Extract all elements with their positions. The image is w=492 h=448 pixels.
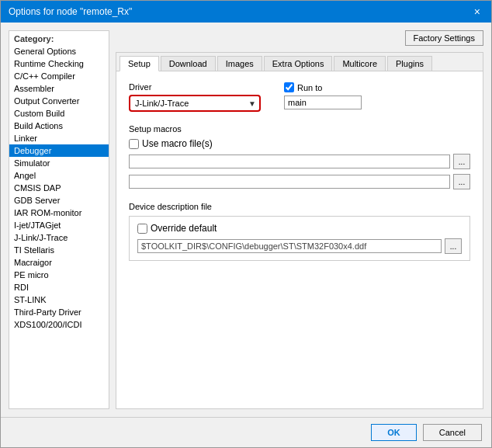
sidebar-item-debugger[interactable]: Debugger — [9, 144, 109, 157]
sidebar-item-angel[interactable]: Angel — [9, 169, 109, 182]
tab-download[interactable]: Download — [161, 56, 216, 71]
sidebar-item-ti-stellaris[interactable]: TI Stellaris — [9, 244, 109, 256]
sidebar-item-jlink-jtrace[interactable]: J-Link/J-Trace — [9, 231, 109, 244]
sidebar-item-custom-build[interactable]: Custom Build — [9, 107, 109, 120]
ok-button[interactable]: OK — [371, 424, 417, 441]
run-to-header: Run to — [284, 82, 362, 92]
tab-bar: Setup Download Images Extra Options Mult… — [116, 53, 483, 71]
tab-plugins[interactable]: Plugins — [387, 56, 432, 71]
sidebar-item-linker[interactable]: Linker — [9, 132, 109, 144]
device-file-row: ... — [137, 238, 462, 254]
setup-macros-label: Setup macros — [129, 124, 470, 134]
top-bar: Factory Settings — [116, 30, 483, 46]
tab-images[interactable]: Images — [217, 56, 262, 71]
sidebar-item-third-party-driver[interactable]: Third-Party Driver — [9, 306, 109, 318]
run-to-input[interactable] — [284, 96, 362, 109]
sidebar-item-simulator[interactable]: Simulator — [9, 157, 109, 169]
device-file-input[interactable] — [137, 239, 442, 253]
macro-input-row-2: ... — [129, 174, 470, 189]
browse-button-3[interactable]: ... — [445, 238, 462, 254]
tab-extra-options[interactable]: Extra Options — [264, 56, 333, 71]
sidebar-item-cpp-compiler[interactable]: C/C++ Compiler — [9, 70, 109, 82]
options-dialog: Options for node "remote_Rx" × Category:… — [0, 0, 492, 448]
browse-button-1[interactable]: ... — [453, 154, 470, 169]
tab-setup[interactable]: Setup — [120, 56, 159, 71]
driver-group: Driver J-Link/J-Trace Simulator Angel CM… — [129, 82, 261, 112]
override-label: Override default — [151, 223, 217, 234]
macro-input-1[interactable] — [129, 155, 450, 168]
sidebar-item-output-converter[interactable]: Output Converter — [9, 95, 109, 107]
setup-macros-section: Setup macros Use macro file(s) ... ... — [129, 124, 470, 189]
device-desc-section: Device description file Override default… — [129, 202, 470, 261]
main-content: Factory Settings Setup Download Images E… — [116, 30, 483, 409]
content-panel: Setup Download Images Extra Options Mult… — [116, 52, 483, 409]
run-to-group: Run to — [284, 82, 362, 109]
dialog-title: Options for node "remote_Rx" — [9, 6, 132, 17]
sidebar-item-xds100[interactable]: XDS100/200/ICDI — [9, 318, 109, 331]
sidebar-item-rdi[interactable]: RDI — [9, 281, 109, 293]
sidebar-item-macraigor[interactable]: Macraigor — [9, 256, 109, 269]
title-bar: Options for node "remote_Rx" × — [1, 1, 491, 23]
use-macro-row: Use macro file(s) — [129, 138, 470, 149]
tab-multicore[interactable]: Multicore — [334, 56, 386, 71]
panel-content: Driver J-Link/J-Trace Simulator Angel CM… — [116, 71, 483, 408]
use-macro-label: Use macro file(s) — [142, 138, 213, 149]
factory-settings-button[interactable]: Factory Settings — [405, 30, 483, 46]
cancel-button[interactable]: Cancel — [423, 424, 482, 441]
driver-label: Driver — [129, 82, 261, 92]
sidebar-item-i-jet-jtagjet[interactable]: I-jet/JTAGjet — [9, 219, 109, 231]
sidebar-item-cmsis-dap[interactable]: CMSIS DAP — [9, 182, 109, 194]
driver-dropdown-wrapper: J-Link/J-Trace Simulator Angel CMSIS DAP… — [129, 95, 261, 112]
device-desc-label: Device description file — [129, 202, 470, 211]
driver-section: Driver J-Link/J-Trace Simulator Angel CM… — [129, 82, 470, 112]
sidebar-item-pe-micro[interactable]: PE micro — [9, 269, 109, 281]
macro-input-row-1: ... — [129, 154, 470, 169]
override-checkbox[interactable] — [137, 224, 147, 234]
category-label: Category: — [9, 31, 109, 45]
browse-button-2[interactable]: ... — [453, 174, 470, 189]
use-macro-checkbox[interactable] — [129, 139, 139, 149]
sidebar-item-general-options[interactable]: General Options — [9, 45, 109, 57]
sidebar-item-runtime-checking[interactable]: Runtime Checking — [9, 57, 109, 70]
sidebar-item-build-actions[interactable]: Build Actions — [9, 120, 109, 132]
override-row: Override default — [137, 223, 462, 234]
sidebar: Category: General Options Runtime Checki… — [9, 30, 109, 409]
macro-input-2[interactable] — [129, 175, 450, 189]
sidebar-item-iar-rom-monitor[interactable]: IAR ROM-monitor — [9, 207, 109, 219]
run-to-checkbox[interactable] — [284, 82, 294, 92]
dialog-footer: OK Cancel — [1, 417, 491, 447]
run-to-label: Run to — [297, 83, 322, 92]
sidebar-item-st-link[interactable]: ST-LINK — [9, 293, 109, 306]
sidebar-item-gdb-server[interactable]: GDB Server — [9, 194, 109, 207]
dialog-body: Category: General Options Runtime Checki… — [1, 23, 491, 417]
sidebar-item-assembler[interactable]: Assembler — [9, 82, 109, 95]
close-button[interactable]: × — [471, 5, 483, 18]
device-desc-inner: Override default ... — [129, 216, 470, 261]
driver-select[interactable]: J-Link/J-Trace Simulator Angel CMSIS DAP… — [129, 95, 261, 112]
